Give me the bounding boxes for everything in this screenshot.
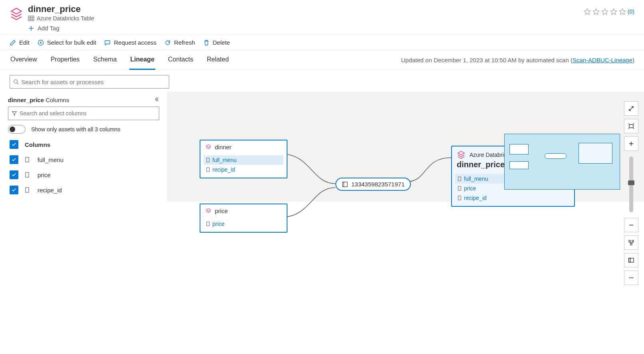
- filter-icon: [12, 111, 17, 116]
- star-icon: [592, 8, 600, 15]
- svg-rect-28: [632, 240, 634, 242]
- checkbox-full-menu[interactable]: [10, 155, 18, 164]
- chevron-left-icon: [154, 97, 159, 102]
- node-header: dinner: [200, 140, 287, 154]
- delete-button[interactable]: Delete: [203, 39, 230, 46]
- column-search-input[interactable]: [20, 110, 156, 117]
- rating-count: (0): [628, 8, 634, 15]
- sidebar-title: dinner_price Columns: [8, 97, 69, 103]
- minimap-inner: [505, 134, 620, 189]
- updated-prefix: Updated on December 1, 2023 at 10:50 AM …: [401, 57, 572, 63]
- dataset-icon: [205, 208, 212, 214]
- request-access-button[interactable]: Request access: [104, 39, 157, 46]
- fit-button[interactable]: [624, 119, 638, 133]
- col-label: full_menu: [464, 176, 488, 182]
- fullscreen-button[interactable]: [624, 101, 638, 116]
- circle-plus-icon: [38, 40, 44, 46]
- process-node[interactable]: 1334359823571971: [335, 178, 411, 191]
- lineage-canvas[interactable]: dinner full_menu recipe_id price price 1…: [168, 92, 644, 202]
- sidebar-title-strong: dinner_price: [8, 97, 44, 103]
- column-icon: [25, 187, 30, 193]
- columns-header-label: Columns: [25, 141, 50, 148]
- checkbox-price[interactable]: [10, 170, 18, 179]
- asset-type-label: Azure Databricks Table: [37, 15, 94, 22]
- process-id: 1334359823571971: [351, 181, 404, 188]
- tab-overview[interactable]: Overview: [10, 50, 38, 70]
- scan-link[interactable]: Scan-ADBUC-Lineage: [573, 57, 632, 63]
- col-label: recipe_id: [464, 195, 487, 201]
- asset-type: Azure Databricks Table: [28, 15, 584, 22]
- column-icon: [458, 186, 462, 191]
- check-icon: [11, 187, 17, 193]
- tabs-row: Overview Properties Schema Lineage Conta…: [0, 50, 644, 70]
- column-search[interactable]: [8, 107, 159, 120]
- more-icon: [628, 275, 634, 281]
- node-title: price: [215, 208, 228, 214]
- bulk-label: Select for bulk edit: [47, 39, 96, 46]
- more-button[interactable]: [624, 271, 638, 285]
- asset-icon: [10, 7, 23, 22]
- toggle-label: Show only assets with all 3 columns: [31, 126, 120, 133]
- svg-rect-20: [458, 177, 461, 181]
- column-label: recipe_id: [38, 187, 62, 194]
- rating[interactable]: (0): [584, 8, 634, 15]
- mini-process: [545, 153, 567, 159]
- add-tag-button[interactable]: Add Tag: [28, 25, 584, 32]
- column-row-recipe-id[interactable]: recipe_id: [8, 183, 159, 197]
- svg-line-11: [17, 83, 19, 85]
- refresh-button[interactable]: Refresh: [164, 39, 195, 46]
- minimap[interactable]: [504, 134, 620, 190]
- node-columns: full_menu recipe_id: [200, 154, 287, 178]
- zoom-slider[interactable]: [629, 156, 633, 212]
- svg-rect-15: [207, 158, 210, 162]
- delete-label: Delete: [213, 39, 230, 46]
- zoom-in-button[interactable]: [624, 136, 638, 151]
- svg-rect-23: [629, 125, 633, 128]
- tab-lineage[interactable]: Lineage: [129, 50, 155, 70]
- asset-search-input[interactable]: [21, 79, 166, 85]
- svg-rect-22: [458, 196, 461, 200]
- layout-button[interactable]: [624, 235, 638, 250]
- bulk-edit-button[interactable]: Select for bulk edit: [38, 39, 96, 46]
- node-dinner[interactable]: dinner full_menu recipe_id: [200, 140, 287, 178]
- select-all-checkbox[interactable]: [10, 140, 18, 149]
- edit-button[interactable]: Edit: [10, 39, 30, 46]
- zoom-out-button[interactable]: [624, 218, 638, 232]
- layout-icon: [628, 239, 634, 246]
- node-col-price[interactable]: price: [204, 219, 283, 229]
- svg-rect-18: [343, 182, 347, 187]
- asset-search[interactable]: [10, 75, 169, 89]
- show-all-columns-toggle[interactable]: [8, 125, 26, 134]
- toolbar: Edit Select for bulk edit Request access…: [0, 35, 644, 50]
- updated-suffix: ): [632, 57, 634, 63]
- minimap-toggle-button[interactable]: [624, 253, 638, 267]
- tab-contacts[interactable]: Contacts: [167, 50, 194, 70]
- node-col-recipe-id[interactable]: recipe_id: [204, 165, 283, 174]
- checkbox-recipe-id[interactable]: [10, 186, 18, 194]
- main-split: dinner_price Columns Show only assets wi…: [0, 92, 644, 202]
- node-price[interactable]: price price: [200, 204, 287, 233]
- mini-node: [509, 144, 529, 154]
- panel-icon: [628, 257, 634, 263]
- svg-rect-16: [207, 168, 210, 172]
- star-icon: [584, 8, 591, 15]
- tab-schema[interactable]: Schema: [93, 50, 118, 70]
- node-col-full-menu[interactable]: full_menu: [204, 155, 283, 165]
- col-label: full_menu: [212, 157, 237, 163]
- node-col-recipe-id[interactable]: recipe_id: [455, 193, 571, 203]
- tab-properties[interactable]: Properties: [50, 50, 81, 70]
- svg-rect-30: [629, 258, 634, 262]
- column-row-full-menu[interactable]: full_menu: [8, 153, 159, 166]
- dataset-icon: [205, 144, 212, 150]
- tab-related[interactable]: Related: [206, 50, 230, 70]
- header-info: dinner_price Azure Databricks Table Add …: [28, 4, 584, 32]
- column-icon: [25, 156, 30, 163]
- svg-point-33: [631, 277, 632, 279]
- column-row-price[interactable]: price: [8, 168, 159, 182]
- col-label: price: [212, 221, 224, 227]
- svg-point-32: [629, 277, 630, 279]
- collapse-sidebar-button[interactable]: [154, 97, 159, 103]
- comment-icon: [104, 40, 111, 46]
- column-list: Columns full_menu price recipe_id: [8, 138, 159, 197]
- slider-thumb[interactable]: [628, 180, 634, 185]
